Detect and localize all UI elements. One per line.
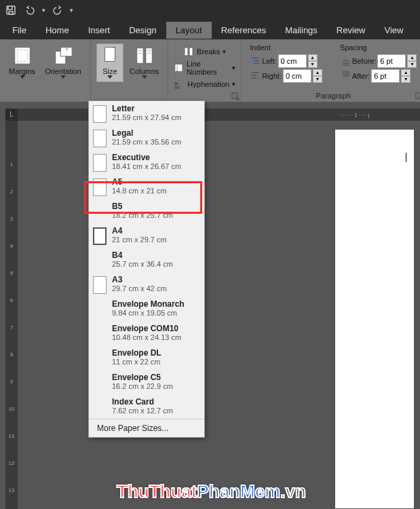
spacing-after-up[interactable]: ▲ (401, 69, 411, 76)
svg-text:bc: bc (174, 84, 180, 90)
ruler-corner: L (5, 109, 18, 121)
size-option-envelope-com10[interactable]: Envelope COM1010.48 cm x 24.13 cm (89, 321, 204, 345)
more-paper-sizes[interactable]: More Paper Sizes... (89, 419, 204, 437)
columns-button[interactable]: Columns (126, 43, 162, 82)
page-icon (93, 276, 107, 294)
text-cursor (406, 153, 406, 162)
page-icon (93, 374, 107, 392)
size-option-a3[interactable]: A329.7 cm x 42 cm (89, 272, 204, 297)
spacing-before-up[interactable]: ▲ (407, 54, 417, 61)
size-option-envelope-dl[interactable]: Envelope DL11 cm x 22 cm (89, 345, 204, 370)
svg-marker-37 (344, 56, 347, 58)
spacing-before-icon (340, 56, 351, 67)
ribbon: Margins Orientation Size Columns (0, 39, 420, 102)
size-option-executive[interactable]: Executive18.41 cm x 26.67 cm (89, 150, 204, 174)
size-option-b5[interactable]: B518.2 cm x 25.7 cm (89, 199, 204, 223)
tab-layout[interactable]: Layout (166, 22, 212, 39)
tab-references[interactable]: References (212, 22, 275, 39)
svg-rect-42 (416, 93, 420, 98)
svg-marker-29 (251, 60, 253, 64)
indent-right-input[interactable] (283, 69, 311, 83)
svg-marker-4 (20, 75, 25, 79)
vertical-ruler[interactable]: 1 2 3 4 5 6 7 8 9 10 11 12 13 (5, 121, 18, 509)
paragraph-launcher-icon[interactable] (415, 92, 420, 100)
svg-marker-9 (107, 75, 113, 79)
page-icon (93, 398, 107, 416)
spacing-after-icon (340, 71, 351, 81)
indent-right-down[interactable]: ▼ (313, 76, 322, 83)
svg-marker-16 (142, 75, 147, 79)
tab-file[interactable]: File (3, 22, 36, 39)
svg-marker-7 (60, 75, 66, 79)
save-icon[interactable] (4, 3, 18, 17)
page-icon (93, 252, 107, 269)
main-tabs: File Home Insert Design Layout Reference… (0, 20, 420, 39)
size-button[interactable]: Size (96, 43, 123, 82)
page-icon (93, 227, 107, 245)
indent-right-up[interactable]: ▲ (313, 69, 322, 76)
svg-rect-1 (9, 12, 13, 14)
spacing-before-down[interactable]: ▼ (407, 61, 417, 68)
svg-text:2: 2 (176, 69, 178, 72)
indent-left-input[interactable] (278, 54, 307, 68)
size-option-envelope-monarch[interactable]: Envelope Monarch9.84 cm x 19.05 cm (89, 297, 204, 321)
tab-view[interactable]: View (375, 22, 413, 39)
watermark-text: ThuThuatPhanMem.vn (117, 481, 306, 502)
indent-right-icon (250, 71, 261, 81)
tab-mailings[interactable]: Mailings (275, 22, 327, 39)
document-page[interactable] (335, 129, 415, 509)
size-option-envelope-c5[interactable]: Envelope C516.2 cm x 22.9 cm (89, 370, 204, 394)
page-icon (93, 301, 107, 318)
undo-icon[interactable] (23, 3, 37, 17)
svg-line-25 (235, 96, 239, 100)
line-numbers-button[interactable]: 12 Line Numbers▾ (174, 60, 235, 76)
orientation-button[interactable]: Orientation (41, 43, 85, 82)
svg-rect-8 (104, 48, 115, 62)
redo-icon[interactable] (51, 3, 64, 17)
spacing-before-input[interactable] (377, 54, 406, 68)
size-dropdown-menu: Letter21.59 cm x 27.94 cmLegal21.59 cm x… (88, 100, 205, 438)
size-option-a5[interactable]: A514.8 cm x 21 cm (89, 174, 204, 199)
hyphenation-button[interactable]: a-bc Hyphenation▾ (174, 79, 235, 90)
page-icon (93, 350, 107, 367)
svg-marker-33 (257, 75, 259, 79)
svg-rect-18 (189, 48, 193, 56)
page-icon (93, 325, 107, 343)
horizontal-ruler[interactable]: · · · · · 1 · · · | (5, 109, 420, 121)
page-icon (93, 130, 107, 147)
indent-left-icon (250, 56, 261, 67)
size-option-b4[interactable]: B425.7 cm x 36.4 cm (89, 248, 204, 272)
svg-marker-41 (344, 79, 347, 81)
spacing-after-down[interactable]: ▼ (401, 76, 411, 83)
indent-header: Indent (250, 43, 322, 52)
page-icon (93, 154, 107, 172)
size-option-index-card[interactable]: Index Card7.62 cm x 12.7 cm (89, 394, 204, 419)
size-option-a4[interactable]: A421 cm x 29.7 cm (89, 223, 204, 248)
breaks-button[interactable]: Breaks▾ (183, 46, 226, 57)
page-icon (93, 178, 107, 196)
spacing-header: Spacing (340, 43, 417, 52)
tab-help[interactable]: Help (413, 22, 420, 39)
tab-design[interactable]: Design (119, 22, 166, 39)
title-bar: ▾ ▾ (0, 0, 420, 20)
indent-left-up[interactable]: ▲ (308, 54, 318, 61)
tab-insert[interactable]: Insert (79, 22, 120, 39)
svg-rect-17 (185, 48, 188, 56)
page-icon (93, 203, 107, 221)
tab-review[interactable]: Review (327, 22, 375, 39)
indent-left-down[interactable]: ▼ (308, 61, 318, 68)
spacing-after-input[interactable] (371, 69, 400, 83)
margins-button[interactable]: Margins (5, 43, 39, 82)
tab-home[interactable]: Home (36, 22, 79, 39)
size-option-legal[interactable]: Legal21.59 cm x 35.56 cm (89, 126, 204, 150)
paragraph-group-label: Paragraph (242, 92, 420, 100)
size-option-letter[interactable]: Letter21.59 cm x 27.94 cm (89, 101, 204, 126)
page-icon (93, 105, 107, 123)
page-setup-launcher-icon[interactable] (231, 92, 240, 100)
